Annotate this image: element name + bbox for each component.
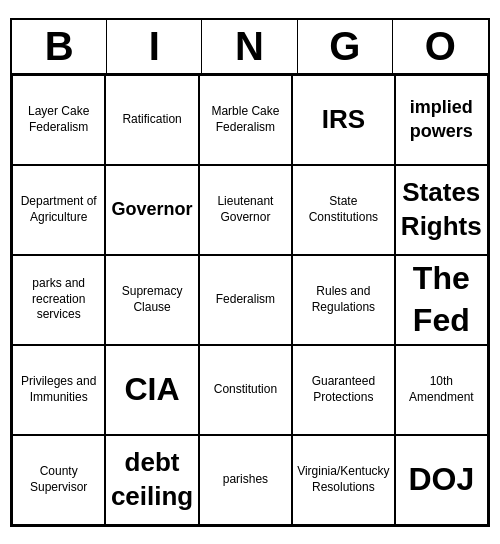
bingo-cell: Ratification [105, 75, 198, 165]
header-letter: I [107, 20, 202, 73]
header-letter: G [298, 20, 393, 73]
bingo-cell: Rules and Regulations [292, 255, 395, 345]
bingo-cell: Department of Agriculture [12, 165, 105, 255]
bingo-cell: CIA [105, 345, 198, 435]
bingo-cell: debt ceiling [105, 435, 198, 525]
header-letter: O [393, 20, 488, 73]
bingo-cell: The Fed [395, 255, 488, 345]
header-letter: B [12, 20, 107, 73]
bingo-cell: 10th Amendment [395, 345, 488, 435]
bingo-cell: Supremacy Clause [105, 255, 198, 345]
bingo-cell: Federalism [199, 255, 292, 345]
header-letter: N [202, 20, 297, 73]
bingo-cell: Guaranteed Protections [292, 345, 395, 435]
bingo-grid: Layer Cake FederalismRatificationMarble … [12, 75, 488, 525]
bingo-cell: DOJ [395, 435, 488, 525]
bingo-cell: IRS [292, 75, 395, 165]
bingo-cell: States Rights [395, 165, 488, 255]
bingo-cell: Privileges and Immunities [12, 345, 105, 435]
bingo-cell: Lieutenant Governor [199, 165, 292, 255]
bingo-cell: Marble Cake Federalism [199, 75, 292, 165]
bingo-cell: parks and recreation services [12, 255, 105, 345]
bingo-cell: Layer Cake Federalism [12, 75, 105, 165]
bingo-cell: implied powers [395, 75, 488, 165]
bingo-card: BINGO Layer Cake FederalismRatificationM… [10, 18, 490, 527]
bingo-cell: Constitution [199, 345, 292, 435]
bingo-cell: parishes [199, 435, 292, 525]
bingo-cell: Governor [105, 165, 198, 255]
bingo-cell: State Constitutions [292, 165, 395, 255]
bingo-cell: Virginia/Kentucky Resolutions [292, 435, 395, 525]
bingo-cell: County Supervisor [12, 435, 105, 525]
bingo-header: BINGO [12, 20, 488, 75]
